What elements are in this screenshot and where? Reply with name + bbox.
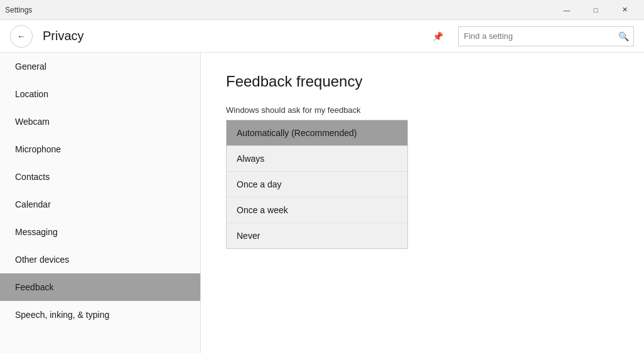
option-once-week[interactable]: Once a week [227, 198, 407, 223]
main-content: Feedback frequency Windows should ask fo… [201, 53, 644, 353]
sidebar-item-feedback[interactable]: Feedback [0, 273, 200, 301]
option-auto[interactable]: Automatically (Recommended) [227, 120, 407, 146]
search-icon: 🔍 [618, 31, 629, 41]
feedback-frequency-list: Automatically (Recommended)AlwaysOnce a … [226, 120, 408, 249]
page-title: Feedback frequency [226, 73, 619, 90]
section-label: Windows should ask for my feedback [226, 105, 619, 115]
header-title: Privacy [43, 29, 422, 43]
search-button[interactable]: 🔍 [613, 26, 633, 46]
pin-icon[interactable]: 📌 [432, 31, 443, 41]
minimize-button[interactable]: — [552, 0, 581, 20]
header: ← Privacy 📌 🔍 [0, 20, 644, 53]
option-once-day[interactable]: Once a day [227, 172, 407, 198]
back-icon: ← [17, 31, 26, 41]
sidebar-item-microphone[interactable]: Microphone [0, 135, 200, 163]
sidebar-item-general[interactable]: General [0, 53, 200, 80]
title-bar: Settings — □ ✕ [0, 0, 644, 20]
title-bar-controls: — □ ✕ [552, 0, 639, 20]
search-box: 🔍 [458, 26, 634, 46]
title-bar-title: Settings [5, 6, 32, 14]
app-title: Settings [5, 6, 32, 14]
option-never[interactable]: Never [227, 223, 407, 248]
sidebar-item-other-devices[interactable]: Other devices [0, 246, 200, 273]
sidebar-item-contacts[interactable]: Contacts [0, 163, 200, 191]
search-input[interactable] [459, 31, 613, 41]
sidebar-item-messaging[interactable]: Messaging [0, 218, 200, 246]
sidebar: GeneralLocationWebcamMicrophoneContactsC… [0, 53, 201, 353]
option-always[interactable]: Always [227, 146, 407, 172]
body: GeneralLocationWebcamMicrophoneContactsC… [0, 53, 644, 353]
sidebar-item-speech[interactable]: Speech, inking, & typing [0, 301, 200, 329]
sidebar-item-calendar[interactable]: Calendar [0, 191, 200, 218]
sidebar-item-webcam[interactable]: Webcam [0, 108, 200, 135]
sidebar-item-location[interactable]: Location [0, 80, 200, 108]
close-button[interactable]: ✕ [610, 0, 639, 20]
back-button[interactable]: ← [10, 25, 33, 48]
maximize-button[interactable]: □ [581, 0, 610, 20]
app-container: ← Privacy 📌 🔍 GeneralLocationWebcamMicro… [0, 20, 644, 353]
